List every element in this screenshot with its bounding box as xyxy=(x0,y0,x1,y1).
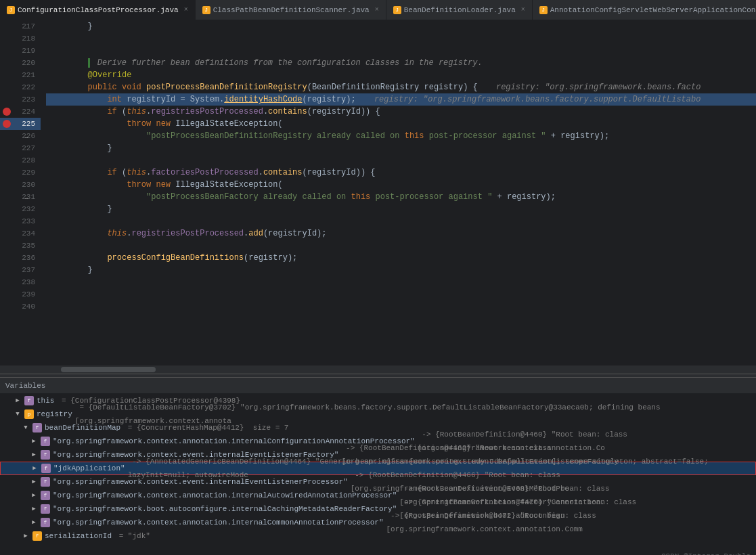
field-icon-jdk: f xyxy=(41,464,51,473)
tab-annotation-config[interactable]: J AnnotationConfigServletWebServerApplic… xyxy=(533,0,756,20)
gutter-239: 239 xyxy=(0,288,41,301)
variable-tree: ▶ f this = {ConfigurationClassPostProces… xyxy=(0,394,756,543)
code-line-235 xyxy=(46,215,756,227)
gutter-222: 222 xyxy=(0,81,41,93)
horizontal-scrollbar[interactable] xyxy=(0,365,756,374)
field-icon-iCAP2: f xyxy=(41,518,50,527)
scroll-thumb[interactable] xyxy=(61,367,156,372)
tab-bean-definition-loader[interactable]: J BeanDefinitionLoader.java × xyxy=(386,0,533,20)
java-file-icon2: J xyxy=(202,6,210,14)
field-icon-iELP: f xyxy=(41,477,50,487)
gutter-231: − 231 xyxy=(0,191,41,203)
gutter-230: 230 xyxy=(0,179,41,191)
expand-iCAP[interactable]: ▶ xyxy=(30,435,38,448)
java-file-icon: J xyxy=(7,6,15,14)
field-icon-this: f xyxy=(24,396,34,405)
tab-label3: BeanDefinitionLoader.java xyxy=(404,6,516,14)
code-line-224: public void postProcessBeanDefinitionReg… xyxy=(46,81,756,93)
expand-iCAP2[interactable]: ▶ xyxy=(30,516,38,529)
code-line-232: throw new IllegalStateException( xyxy=(46,179,756,191)
gutter-223: 223 xyxy=(0,93,41,106)
gutter-235: 235 xyxy=(0,240,41,252)
gutter-233: 233 xyxy=(0,215,41,227)
field-icon-iAAP: f xyxy=(41,491,50,500)
code-line-236: this.registriesPostProcessed.add(registr… xyxy=(46,227,756,240)
editor-container: −217 218 219 220 221 222 223 224 225 − 2… xyxy=(0,20,756,365)
gutter-218: 218 xyxy=(0,32,41,45)
gutter-234: 234 xyxy=(0,227,41,240)
gutter-225: 225 xyxy=(0,118,41,130)
gutter-219: 219 xyxy=(0,45,41,57)
java-file-icon4: J xyxy=(539,6,548,14)
field-icon-iCMRF: f xyxy=(41,504,50,514)
var-item-registry[interactable]: ▼ p registry = {DefaultListableBeanFacto… xyxy=(0,407,756,421)
java-file-icon3: J xyxy=(393,6,401,14)
gutter-240: 240 xyxy=(0,301,41,313)
variables-header: Variables xyxy=(0,378,756,394)
gutter-237: 237 xyxy=(0,264,41,276)
code-line-238: processConfigBeanDefinitions(registry); xyxy=(46,252,756,264)
breakpoint-225[interactable] xyxy=(3,120,11,128)
code-editor[interactable]: } Derive further bean definitions from t… xyxy=(41,20,756,365)
variables-panel: Variables ▶ f this = {ConfigurationClass… xyxy=(0,378,756,555)
tab-configuration-class[interactable]: J ConfigurationClassPostProcessor.java × xyxy=(0,0,196,20)
code-line-233: "postProcessBeanFactory already called o… xyxy=(46,191,756,203)
code-line-230 xyxy=(46,154,756,166)
tab-label2: ClassPathBeanDefinitionScanner.java xyxy=(213,6,370,14)
expand-iELP[interactable]: ▶ xyxy=(30,475,38,489)
tab-close3[interactable]: × xyxy=(521,6,525,14)
code-line-234: } xyxy=(46,203,756,215)
expand-registry[interactable]: ▼ xyxy=(14,407,22,421)
tab-label: ConfigurationClassPostProcessor.java xyxy=(18,6,179,14)
watermark: CSDN @Integer_Double xyxy=(661,552,751,555)
field-icon-bdm: f xyxy=(32,423,42,432)
field-icon-ser-id: f xyxy=(32,531,42,541)
breakpoint-224[interactable] xyxy=(3,108,11,116)
gutter-221: 221 xyxy=(0,69,41,81)
expand-bean-def-map[interactable]: ▼ xyxy=(22,421,30,435)
var-item-iCAP2[interactable]: ▶ f "org.springframework.context.annotat… xyxy=(0,516,756,529)
gutter-217: −217 xyxy=(0,20,41,32)
field-icon-iELF: f xyxy=(41,450,50,460)
expand-iCMRF[interactable]: ▶ xyxy=(30,502,38,516)
gutter-224: 224 xyxy=(0,106,41,118)
tab-close[interactable]: × xyxy=(184,6,188,14)
code-line-227: throw new IllegalStateException( xyxy=(46,118,756,130)
code-line-217: } xyxy=(46,20,756,32)
code-line-239: } xyxy=(46,264,756,276)
field-icon-registry: p xyxy=(24,409,34,419)
expand-ser-id[interactable]: ▶ xyxy=(22,529,30,543)
gutter-220: 220 xyxy=(0,57,41,69)
tab-label4: AnnotationConfigServletWebServerApplicat… xyxy=(550,6,756,14)
code-line-226: if (this.registriesPostProcessed.contain… xyxy=(46,106,756,118)
gutter-226: − 226 xyxy=(0,130,41,142)
code-line-228: "postProcessBeanDefinitionRegistry alrea… xyxy=(46,130,756,142)
gutter-229: 229 xyxy=(0,166,41,179)
tab-close2[interactable]: × xyxy=(375,6,379,14)
code-line-240 xyxy=(46,276,756,288)
code-line-229: } xyxy=(46,142,756,154)
code-line-219 xyxy=(46,45,756,57)
tab-classpath-scanner[interactable]: J ClassPathBeanDefinitionScanner.java × xyxy=(196,0,386,20)
code-line-218 xyxy=(46,32,756,45)
code-line-225: int registryId = System.identityHashCode… xyxy=(46,93,756,106)
gutter-227: 227 xyxy=(0,142,41,154)
code-line-comment: Derive further bean definitions from the… xyxy=(46,57,756,69)
code-line-231: if (this.factoriesPostProcessed.contains… xyxy=(46,166,756,179)
line-number-gutter: −217 218 219 220 221 222 223 224 225 − 2… xyxy=(0,20,41,365)
expand-iELF[interactable]: ▶ xyxy=(30,448,38,462)
variables-label: Variables xyxy=(5,382,45,390)
code-line-237 xyxy=(46,240,756,252)
expand-jdk[interactable]: ▶ xyxy=(30,462,39,475)
gutter-236: 236 xyxy=(0,252,41,264)
expand-iAAP[interactable]: ▶ xyxy=(30,489,38,502)
code-line-223: @Override xyxy=(46,69,756,81)
gutter-238: 238 xyxy=(0,276,41,288)
gutter-228: 228 xyxy=(0,154,41,166)
gutter-232: 232 xyxy=(0,203,41,215)
field-icon-iCAP: f xyxy=(41,437,50,446)
expand-this[interactable]: ▶ xyxy=(14,394,22,407)
tab-bar: J ConfigurationClassPostProcessor.java ×… xyxy=(0,0,756,20)
watermark-text: CSDN @Integer_Double xyxy=(661,552,751,555)
